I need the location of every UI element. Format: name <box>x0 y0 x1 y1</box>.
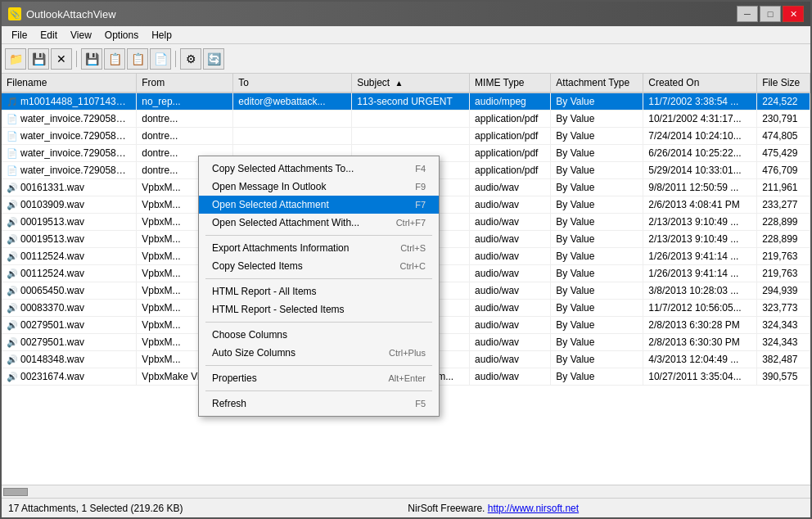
table-cell: By Value <box>551 145 643 162</box>
table-cell: 228,899 <box>757 231 810 248</box>
menu-item-file[interactable]: File <box>5 28 34 43</box>
table-cell: 🔊00112524.wav <box>2 248 137 265</box>
menu-item-options[interactable]: Options <box>98 28 145 43</box>
table-cell: 228,899 <box>757 214 810 231</box>
table-cell: dontre... <box>137 128 233 145</box>
col-to[interactable]: To <box>233 74 352 93</box>
table-cell: 390,575 <box>757 368 810 386</box>
app-window: 📎 OutlookAttachView ─ □ ✕ FileEditViewOp… <box>0 0 812 519</box>
cm-label: Open Message In Outlook <box>212 181 326 192</box>
cm-label: Open Selected Attachment With... <box>212 217 359 228</box>
table-cell: 🎵m10014488_1107143613240... <box>2 93 137 111</box>
table-row[interactable]: 📄water_invoice.7290589_0723...dontre...a… <box>2 128 810 145</box>
context-menu-item-5[interactable]: Copy Selected ItemsCtrl+C <box>199 257 439 275</box>
table-cell: 🔊00019513.wav <box>2 214 137 231</box>
toolbar-button-7[interactable]: 📄 <box>150 48 171 70</box>
nirsoft-link[interactable]: http://www.nirsoft.net <box>488 503 579 514</box>
menu-bar: FileEditViewOptionsHelp <box>2 26 810 44</box>
toolbar-button-4[interactable]: 💾 <box>81 48 102 70</box>
context-menu-item-0[interactable]: Copy Selected Attachments To...F4 <box>199 160 439 178</box>
cm-shortcut: Ctrl+S <box>400 243 426 253</box>
col-size[interactable]: File Size <box>757 74 810 93</box>
toolbar-button-6[interactable]: 📋 <box>127 48 148 70</box>
toolbar-button-10[interactable]: 🔄 <box>203 48 224 70</box>
file-icon: 🔊 <box>7 234 18 245</box>
table-cell: audio/wav <box>470 334 551 351</box>
context-menu-item-10[interactable]: PropertiesAlt+Enter <box>199 369 439 387</box>
context-menu-item-3[interactable]: Open Selected Attachment With...Ctrl+F7 <box>199 214 439 232</box>
table-cell: audio/wav <box>470 214 551 231</box>
sort-arrow: ▲ <box>395 79 404 88</box>
horizontal-scrollbar[interactable] <box>2 485 810 498</box>
context-menu-item-1[interactable]: Open Message In OutlookF9 <box>199 178 439 196</box>
close-button[interactable]: ✕ <box>783 6 804 22</box>
context-menu-item-6[interactable]: HTML Report - All Items <box>199 282 439 300</box>
toolbar-button-2[interactable]: ✕ <box>51 48 72 70</box>
col-filename[interactable]: Filename <box>2 74 137 93</box>
cm-separator <box>205 365 432 366</box>
table-cell: 🔊00231674.wav <box>2 368 137 386</box>
file-icon: 📄 <box>7 114 18 124</box>
table-row[interactable]: 🎵m10014488_1107143613240...no_rep...edit… <box>2 93 810 111</box>
file-icon: 📄 <box>7 165 18 176</box>
cm-label: Open Selected Attachment <box>212 199 329 210</box>
minimize-button[interactable]: ─ <box>737 6 758 22</box>
menu-item-edit[interactable]: Edit <box>34 28 64 43</box>
status-left: 17 Attachments, 1 Selected (219.26 KB) <box>8 503 183 514</box>
table-cell: By Value <box>551 128 643 145</box>
toolbar-button-5[interactable]: 📋 <box>104 48 125 70</box>
table-row[interactable]: 📄water_invoice.7290589_0723...dontre...a… <box>2 111 810 128</box>
col-created[interactable]: Created On <box>643 74 757 93</box>
table-cell: 🔊00279501.wav <box>2 317 137 334</box>
cm-separator <box>205 278 432 279</box>
col-from[interactable]: From <box>137 74 233 93</box>
table-cell: By Value <box>551 282 643 300</box>
table-cell: 4/3/2013 12:04:49 ... <box>643 351 757 368</box>
table-cell: By Value <box>551 214 643 231</box>
table-cell: audio/wav <box>470 265 551 282</box>
file-icon: 🎵 <box>7 97 18 107</box>
col-subject[interactable]: Subject ▲ <box>352 74 470 93</box>
status-nirsoft-text: NirSoft Freeware. <box>408 503 487 514</box>
file-icon: 🔊 <box>7 183 18 193</box>
cm-shortcut: Alt+Enter <box>388 373 426 383</box>
maximize-button[interactable]: □ <box>760 6 781 22</box>
context-menu-item-4[interactable]: Export Attachments InformationCtrl+S <box>199 239 439 257</box>
table-cell: 230,791 <box>757 111 810 128</box>
table-cell: By Value <box>551 162 643 179</box>
cm-label: Copy Selected Items <box>212 260 303 272</box>
table-cell: 🔊00148348.wav <box>2 351 137 368</box>
menu-item-help[interactable]: Help <box>145 28 178 43</box>
cm-label: Refresh <box>212 398 246 409</box>
toolbar-button-9[interactable]: ⚙ <box>180 48 201 70</box>
context-menu-item-11[interactable]: RefreshF5 <box>199 395 439 413</box>
table-cell: editor@webattack... <box>233 93 352 111</box>
status-bar: 17 Attachments, 1 Selected (219.26 KB) N… <box>2 498 810 517</box>
table-cell: By Value <box>551 334 643 351</box>
context-menu-item-9[interactable]: Auto Size ColumnsCtrl+Plus <box>199 344 439 362</box>
toolbar-button-1[interactable]: 💾 <box>28 48 49 70</box>
table-cell: 219,763 <box>757 265 810 282</box>
table-cell: By Value <box>551 265 643 282</box>
table-cell: 📄water_invoice.7290589_0528... <box>2 162 137 179</box>
table-cell: 294,939 <box>757 282 810 300</box>
title-controls: ─ □ ✕ <box>737 6 804 22</box>
menu-item-view[interactable]: View <box>64 28 98 43</box>
table-cell: 113-second URGENT <box>352 93 470 111</box>
table-cell: audio/wav <box>470 368 551 386</box>
scrollbar-thumb[interactable] <box>3 488 28 496</box>
table-cell: 324,343 <box>757 317 810 334</box>
table-cell: By Value <box>551 231 643 248</box>
toolbar-button-0[interactable]: 📁 <box>5 48 26 70</box>
context-menu-item-7[interactable]: HTML Report - Selected Items <box>199 300 439 318</box>
cm-shortcut: F7 <box>415 200 426 210</box>
col-attach-type[interactable]: Attachment Type <box>551 74 643 93</box>
table-cell: 🔊00065450.wav <box>2 282 137 300</box>
file-icon: 🔊 <box>7 320 18 331</box>
title-bar-left: 📎 OutlookAttachView <box>8 7 116 20</box>
context-menu-item-8[interactable]: Choose Columns <box>199 326 439 344</box>
col-mime[interactable]: MIME Type <box>470 74 551 93</box>
context-menu-item-2[interactable]: Open Selected AttachmentF7 <box>199 196 439 214</box>
table-cell: audio/wav <box>470 248 551 265</box>
table-cell: no_rep... <box>137 93 233 111</box>
